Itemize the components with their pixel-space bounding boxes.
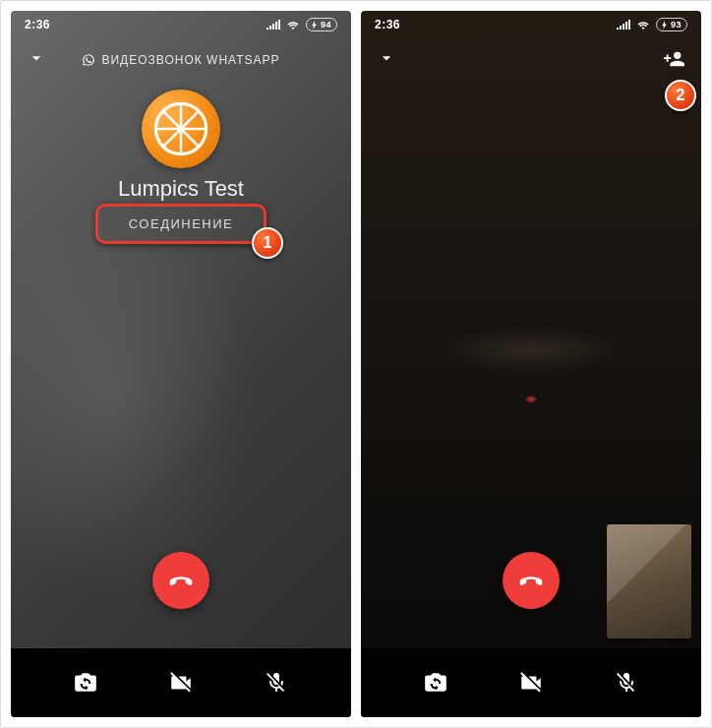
call-controls-bar bbox=[361, 648, 701, 717]
signal-icon bbox=[267, 20, 280, 30]
status-bar: 2:36 93 bbox=[361, 11, 701, 38]
switch-camera-icon bbox=[423, 670, 448, 696]
toggle-video-button[interactable] bbox=[167, 669, 195, 697]
svg-line-8 bbox=[164, 112, 181, 129]
end-call-button[interactable] bbox=[152, 552, 209, 609]
status-bar: 2:36 94 bbox=[11, 11, 351, 38]
toggle-video-button[interactable] bbox=[517, 669, 545, 697]
mic-off-icon bbox=[615, 671, 638, 695]
battery-indicator: 94 bbox=[306, 18, 337, 31]
battery-level: 93 bbox=[671, 20, 682, 30]
add-person-icon bbox=[664, 48, 685, 70]
contact-avatar bbox=[142, 90, 220, 168]
switch-camera-icon bbox=[73, 670, 98, 696]
signal-icon bbox=[617, 20, 630, 30]
call-controls-bar bbox=[11, 648, 351, 717]
end-call-button[interactable] bbox=[503, 552, 560, 609]
toggle-mic-button[interactable] bbox=[613, 669, 640, 697]
call-header bbox=[361, 44, 701, 76]
svg-line-2 bbox=[181, 112, 198, 129]
call-status-label: СОЕДИНЕНИЕ bbox=[95, 204, 267, 244]
minimize-button[interactable] bbox=[27, 48, 46, 68]
contact-name: Lumpics Test bbox=[11, 176, 351, 202]
whatsapp-icon bbox=[82, 53, 95, 67]
switch-camera-button[interactable] bbox=[72, 669, 99, 697]
annotation-step-2: 2 bbox=[665, 80, 696, 111]
minimize-button[interactable] bbox=[377, 48, 396, 68]
self-view-pip[interactable] bbox=[607, 524, 691, 638]
call-type-label: ВИДЕОЗВОНОК WHATSAPP bbox=[82, 53, 279, 67]
status-time: 2:36 bbox=[375, 18, 400, 31]
wifi-icon bbox=[286, 20, 300, 30]
battery-level: 94 bbox=[321, 20, 331, 30]
phone-screen-in-call: 2:36 93 bbox=[361, 11, 701, 717]
video-off-icon bbox=[518, 670, 544, 696]
add-participant-button[interactable] bbox=[664, 48, 685, 70]
mic-off-icon bbox=[265, 671, 288, 695]
end-call-icon bbox=[166, 566, 196, 595]
end-call-icon bbox=[516, 566, 546, 595]
annotation-step-1: 1 bbox=[252, 227, 283, 259]
switch-camera-button[interactable] bbox=[422, 669, 449, 697]
svg-line-6 bbox=[164, 129, 181, 146]
battery-indicator: 93 bbox=[656, 18, 687, 31]
svg-line-4 bbox=[181, 129, 198, 146]
call-header: ВИДЕОЗВОНОК WHATSAPP bbox=[11, 44, 351, 76]
toggle-mic-button[interactable] bbox=[263, 669, 290, 697]
phone-screen-connecting: 2:36 94 ВИДЕОЗВОНОК WHATSAPP bbox=[11, 11, 351, 717]
video-off-icon bbox=[168, 670, 194, 696]
status-time: 2:36 bbox=[25, 18, 50, 31]
wifi-icon bbox=[636, 20, 650, 30]
